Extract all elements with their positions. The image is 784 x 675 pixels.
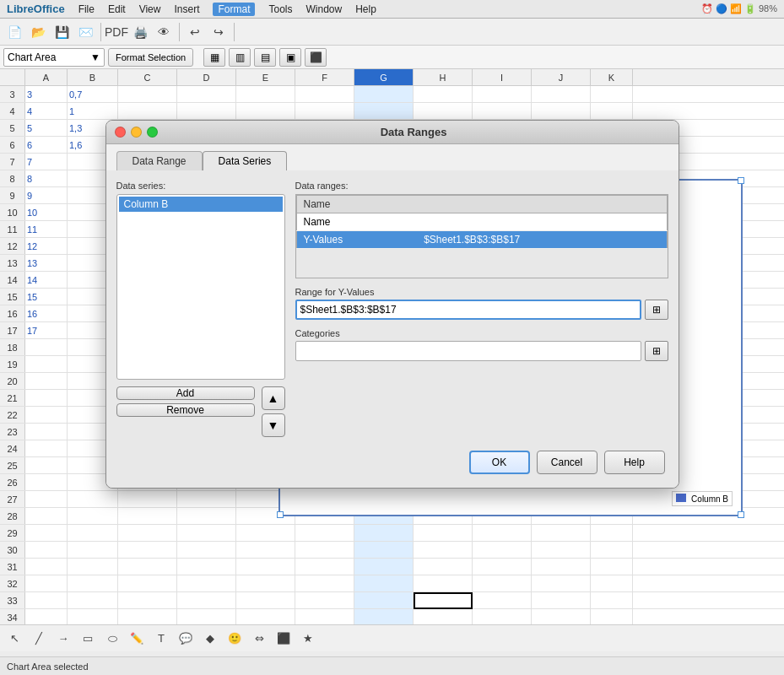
right-panel: Data ranges: Name	[295, 181, 668, 437]
status-text: Chart Area selected	[7, 662, 89, 672]
dialog-overlay: Data Ranges Data Range Data Series Data …	[0, 69, 784, 626]
chart-icon-line[interactable]: ▤	[254, 48, 276, 67]
app-logo: LibreOffice	[7, 3, 65, 15]
sep1	[100, 23, 101, 41]
rect-tool[interactable]: ▭	[77, 628, 99, 650]
save-btn[interactable]: 💾	[51, 21, 73, 43]
dialog-body: Data series: Column B Add Remove ▲ ▼	[116, 181, 668, 437]
tab-data-series[interactable]: Data Series	[203, 151, 288, 170]
ranges-header-row: Name	[296, 196, 667, 213]
name-box[interactable]: Chart Area ▼	[3, 48, 105, 67]
categories-section: Categories ⊞	[295, 328, 668, 361]
data-ranges-label: Data ranges:	[295, 181, 668, 191]
maximize-btn[interactable]	[147, 127, 158, 138]
main-toolbar: 📄 📂 💾 ✉️ PDF 🖨️ 👁 ↩ ↪	[0, 19, 784, 46]
range-col2-name	[417, 213, 667, 231]
minimize-btn[interactable]	[131, 127, 142, 138]
chart-icon-pie[interactable]: ▣	[279, 48, 301, 67]
drawing-toolbar: ↖ ╱ → ▭ ⬭ ✏️ T 💬 ◆ 🙂 ⇔ ⬛ ★	[0, 624, 784, 651]
range-row-name[interactable]: Name	[296, 213, 667, 231]
range-y-values-input[interactable]	[295, 300, 641, 320]
close-btn[interactable]	[115, 127, 126, 138]
dialog-content: Data series: Column B Add Remove ▲ ▼	[106, 170, 679, 488]
series-item-column-b[interactable]: Column B	[119, 197, 283, 212]
block-arrows-tool[interactable]: ⇔	[248, 628, 270, 650]
formula-icon-group: ▦ ▥ ▤ ▣ ⬛	[203, 48, 327, 67]
new-btn[interactable]: 📄	[3, 21, 25, 43]
menu-file[interactable]: File	[78, 3, 95, 15]
redo-btn[interactable]: ↪	[208, 21, 230, 43]
undo-btn[interactable]: ↩	[184, 21, 206, 43]
dialog-title: Data Ranges	[158, 126, 670, 138]
data-ranges-dialog: Data Ranges Data Range Data Series Data …	[105, 120, 679, 489]
preview-btn[interactable]: 👁	[153, 21, 175, 43]
smiley-tool[interactable]: 🙂	[224, 628, 246, 650]
data-series-label: Data series:	[116, 181, 285, 191]
categories-pick-btn[interactable]: ⊞	[645, 341, 668, 361]
traffic-lights	[115, 127, 158, 138]
move-down-btn[interactable]: ▼	[262, 413, 285, 437]
col-header-range	[417, 196, 667, 213]
range-y-values-pick-btn[interactable]: ⊞	[645, 300, 668, 320]
status-bar: Chart Area selected	[0, 656, 784, 675]
sep2	[179, 23, 180, 41]
line-tool[interactable]: ╱	[28, 628, 50, 650]
name-box-value: Chart Area	[8, 51, 56, 63]
add-series-btn[interactable]: Add	[116, 386, 255, 400]
range-col2-yvalues: $Sheet1.$B$3:$B$17	[417, 231, 667, 249]
formula-bar: Chart Area ▼ Format Selection ▦ ▥ ▤ ▣ ⬛	[0, 46, 784, 69]
cancel-btn[interactable]: Cancel	[537, 451, 597, 474]
star-tool[interactable]: ★	[297, 628, 319, 650]
categories-input[interactable]	[295, 341, 641, 361]
range-row-yvalues[interactable]: Y-Values $Sheet1.$B$3:$B$17	[296, 231, 667, 249]
menu-view[interactable]: View	[139, 3, 161, 15]
range-col1-yvalues: Y-Values	[296, 231, 417, 249]
menu-bar: LibreOffice File Edit View Insert Format…	[0, 0, 784, 19]
name-box-arrow: ▼	[90, 51, 100, 63]
flowchart-tool[interactable]: ⬛	[273, 628, 295, 650]
freehand-tool[interactable]: ✏️	[126, 628, 148, 650]
menu-edit[interactable]: Edit	[108, 3, 126, 15]
ellipse-tool[interactable]: ⬭	[101, 628, 123, 650]
menu-tools[interactable]: Tools	[268, 3, 292, 15]
data-ranges-table: Name Name	[296, 195, 668, 249]
open-btn[interactable]: 📂	[27, 21, 49, 43]
move-up-btn[interactable]: ▲	[262, 386, 285, 410]
email-btn[interactable]: ✉️	[74, 21, 96, 43]
callout-tool[interactable]: 💬	[175, 628, 197, 650]
series-order-btns: ▲ ▼	[262, 386, 285, 437]
menu-window[interactable]: Window	[306, 3, 343, 15]
menu-insert[interactable]: Insert	[174, 3, 199, 15]
dialog-titlebar: Data Ranges	[106, 121, 679, 144]
chart-icon-bar[interactable]: ▦	[203, 48, 225, 67]
arrow-tool[interactable]: →	[52, 628, 74, 650]
ok-btn[interactable]: OK	[469, 451, 530, 474]
sep3	[234, 23, 235, 41]
select-tool[interactable]: ↖	[3, 628, 25, 650]
dialog-footer: OK Cancel Help	[116, 451, 668, 478]
range-col1-name: Name	[296, 213, 417, 231]
help-btn[interactable]: Help	[604, 451, 665, 474]
range-y-values-row: ⊞	[295, 300, 668, 320]
shapes-tool[interactable]: ◆	[199, 628, 221, 650]
remove-series-btn[interactable]: Remove	[116, 403, 255, 417]
ranges-list-wrapper: Name Name	[295, 194, 668, 278]
format-selection-btn[interactable]: Format Selection	[108, 48, 193, 67]
categories-row: ⊞	[295, 341, 668, 361]
categories-label: Categories	[295, 328, 668, 338]
data-series-list[interactable]: Column B	[116, 194, 285, 380]
chart-icon-area[interactable]: ⬛	[305, 48, 327, 67]
text-tool[interactable]: T	[150, 628, 172, 650]
range-y-values-section: Range for Y-Values ⊞	[295, 287, 668, 320]
range-y-values-label: Range for Y-Values	[295, 287, 668, 297]
chart-icon-bar2[interactable]: ▥	[229, 48, 251, 67]
pdf-btn[interactable]: PDF	[105, 21, 127, 43]
print-btn[interactable]: 🖨️	[129, 21, 151, 43]
tab-data-range[interactable]: Data Range	[116, 151, 203, 170]
menu-help[interactable]: Help	[355, 3, 376, 15]
col-header-name: Name	[296, 196, 417, 213]
left-panel: Data series: Column B Add Remove ▲ ▼	[116, 181, 285, 437]
main-area: A B C D E F G H I J K 330,7441551,3661,6…	[0, 69, 784, 626]
menu-format[interactable]: Format	[213, 3, 255, 16]
dialog-tabs: Data Range Data Series	[106, 144, 679, 170]
